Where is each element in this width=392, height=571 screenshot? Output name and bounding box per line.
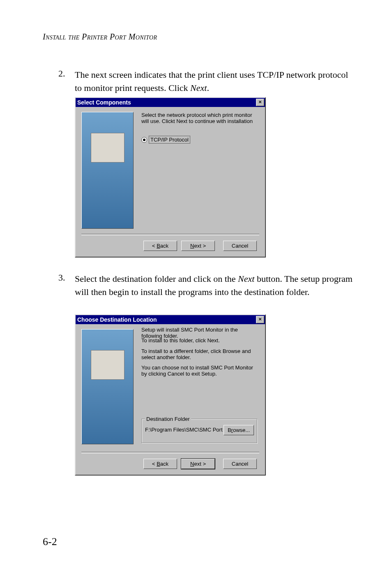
cancel-button[interactable]: Cancel <box>223 241 257 251</box>
step2-text: The next screen indicates that the print… <box>75 68 355 95</box>
step2-next-word: Next <box>190 83 207 93</box>
choose-destination-dialog: Choose Destination Location × Setup will… <box>75 314 266 476</box>
dialog1-divider <box>81 234 259 235</box>
page-header: Install the Printer Port Monitor <box>43 32 157 42</box>
installshield-sidebar-image <box>81 112 134 229</box>
dialog2-line4: You can choose not to install SMC Port M… <box>141 364 257 377</box>
step2-number: 2. <box>58 68 65 79</box>
tcpip-protocol-radio[interactable]: TCP/IP Protocol <box>141 136 190 144</box>
destination-folder-group: Destination Folder F:\Program Files\SMC\… <box>141 419 258 443</box>
back-button[interactable]: < Back <box>143 241 177 251</box>
dialog1-instructions: Select the network protocol which print … <box>141 112 257 124</box>
dialog1-buttons: < Back Next > Cancel <box>143 241 257 251</box>
dialog1-body: Select the network protocol which print … <box>76 107 265 257</box>
dialog2-line3: To install to a different folder, click … <box>141 348 257 360</box>
dialog1-title: Select Components <box>77 99 131 106</box>
dialog2-titlebar: Choose Destination Location × <box>76 315 265 324</box>
close-icon[interactable]: × <box>256 99 264 106</box>
browse-button[interactable]: Browse... <box>224 425 254 435</box>
destination-folder-label: Destination Folder <box>145 416 191 422</box>
next-button[interactable]: Next > <box>181 459 215 469</box>
page-number: 6-2 <box>43 536 57 548</box>
cancel-button[interactable]: Cancel <box>223 459 257 469</box>
step2-text-a: The next screen indicates that the print… <box>75 70 348 93</box>
step3-number: 3. <box>58 272 65 283</box>
dialog1-titlebar: Select Components × <box>76 98 265 107</box>
dialog2-divider <box>81 452 259 453</box>
dialog2-body: Setup will install SMC Port Monitor in t… <box>76 324 265 475</box>
back-button[interactable]: < Back <box>143 459 177 469</box>
step2-text-c: . <box>207 83 209 93</box>
close-icon[interactable]: × <box>256 316 264 323</box>
step3-text-a: Select the destination folder and click … <box>75 274 238 284</box>
dialog2-buttons: < Back Next > Cancel <box>143 459 257 469</box>
next-button[interactable]: Next > <box>181 241 215 251</box>
radio-dot-icon <box>141 137 147 143</box>
installshield-sidebar-image <box>81 329 134 444</box>
select-components-dialog: Select Components × Select the network p… <box>75 97 266 258</box>
tcpip-radio-label: TCP/IP Protocol <box>149 136 190 144</box>
step3-text: Select the destination folder and click … <box>75 272 355 299</box>
step3-next-word: Next <box>238 274 254 284</box>
dialog2-line2: To install to this folder, click Next. <box>141 337 257 344</box>
dialog2-title: Choose Destination Location <box>77 316 157 323</box>
